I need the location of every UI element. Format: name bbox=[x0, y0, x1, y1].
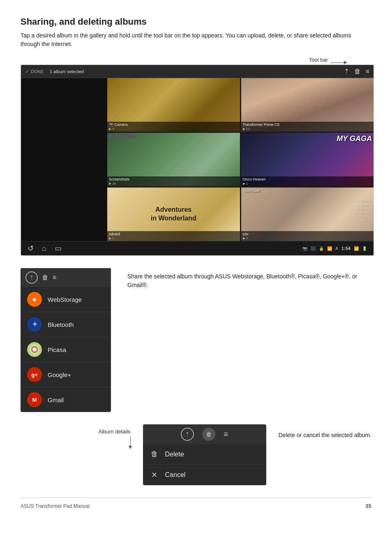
orientation-icon: ⬛ bbox=[311, 246, 316, 251]
delete-label: Delete bbox=[165, 451, 184, 458]
album-menu-icon[interactable]: ≡ bbox=[224, 430, 228, 439]
footer-left: ASUS Transformer Pad Manual bbox=[21, 503, 90, 509]
nav-icons-left: ↺ ⌂ ▭ bbox=[28, 244, 62, 253]
screenshot-icon: 📷 bbox=[302, 246, 307, 251]
gallery-item-label-camera: 📷 Camera ▶ 4 bbox=[107, 122, 240, 132]
delete-icon: 🗑 bbox=[150, 450, 159, 458]
gallery-item-camera[interactable]: 📷 Camera ▶ 4 bbox=[107, 78, 240, 132]
share-item-webstorage[interactable]: ● WebStorage bbox=[21, 287, 111, 312]
album-details-toolbar: ⇡ 🗑 ≡ bbox=[143, 424, 266, 444]
gallery-item-label-adventures: sdcard ▶ 1 bbox=[107, 231, 240, 241]
album-details-section: Album details ⇡ 🗑 ≡ 🗑 Delete ✕ Cancel De… bbox=[21, 424, 371, 485]
gallery-item-label-disco: Disco Heaven ▶ 1 bbox=[241, 176, 374, 186]
bluetooth-icon: ✦ bbox=[27, 317, 42, 332]
share-item-bluetooth[interactable]: ✦ Bluetooth bbox=[21, 312, 111, 337]
gallery-item-taylor[interactable]: Taylor Swift 1. Fearless2. Sparks3. Mine… bbox=[241, 188, 374, 241]
gallery-item-screenshots[interactable]: Screenshots ▶ 30 bbox=[107, 133, 240, 186]
toolbar-annotation: Tool bar bbox=[21, 57, 371, 63]
trash-icon-header[interactable]: 🗑 bbox=[42, 274, 48, 281]
menu-icon-header[interactable]: ≡ bbox=[53, 274, 56, 281]
share-item-gmail[interactable]: M Gmail bbox=[21, 387, 111, 412]
status-bar: 📷 ⬛ 🔒 📶 A 1:54 📶 🔋 bbox=[302, 246, 367, 251]
page-title: Sharing, and deleting albums bbox=[21, 16, 371, 27]
topbar-selected: 1 album selected bbox=[50, 69, 344, 74]
webstorage-icon: ● bbox=[27, 292, 42, 307]
gallery-item-disco[interactable]: MY GAGA Disco Heaven ▶ 1 bbox=[241, 133, 374, 186]
volume-icon: A bbox=[335, 246, 338, 251]
battery-icon: 🔋 bbox=[362, 246, 367, 251]
share-icon[interactable]: ⇡ bbox=[344, 67, 349, 75]
webstorage-label: WebStorage bbox=[48, 296, 82, 303]
share-item-picasa[interactable]: Picasa bbox=[21, 337, 111, 362]
share-icon-glyph: ⇡ bbox=[29, 274, 34, 281]
album-details-panel: ⇡ 🗑 ≡ 🗑 Delete ✕ Cancel bbox=[143, 424, 266, 485]
share-menu: ⇡ 🗑 ≡ ● WebStorage ✦ Bluetooth Picasa bbox=[21, 268, 111, 412]
back-icon[interactable]: ↺ bbox=[28, 244, 34, 253]
album-share-icon[interactable]: ⇡ bbox=[181, 428, 194, 441]
album-action-cancel[interactable]: ✕ Cancel bbox=[143, 465, 266, 485]
gallery-item-label-taylor: cov ▶ 4 bbox=[241, 231, 374, 241]
screenshot-bottombar: ↺ ⌂ ▭ 📷 ⬛ 🔒 📶 A 1:54 📶 🔋 bbox=[21, 241, 374, 255]
topbar-done: ✓ DONE bbox=[25, 69, 44, 74]
screenshot-container: ✓ DONE 1 album selected ⇡ 🗑 ≡ 📷 Camera ▶… bbox=[21, 65, 374, 256]
gmail-label: Gmail bbox=[48, 396, 64, 403]
album-details-arrow bbox=[130, 436, 131, 449]
recent-icon[interactable]: ▭ bbox=[55, 244, 62, 253]
googleplus-icon: g+ bbox=[27, 367, 42, 382]
menu-icon[interactable]: ≡ bbox=[366, 68, 369, 75]
picasa-label: Picasa bbox=[48, 346, 66, 353]
share-item-googleplus[interactable]: g+ Google+ bbox=[21, 362, 111, 387]
share-menu-header: ⇡ 🗑 ≡ bbox=[21, 268, 111, 287]
wifi-icon: 📶 bbox=[327, 246, 332, 251]
gallery-left bbox=[21, 78, 107, 241]
album-details-annotation: Album details bbox=[21, 424, 131, 449]
page-number: 35 bbox=[366, 503, 371, 509]
page-footer: ASUS Transformer Pad Manual 35 bbox=[21, 498, 371, 509]
share-circle-icon[interactable]: ⇡ bbox=[25, 271, 38, 284]
cancel-icon: ✕ bbox=[150, 470, 159, 479]
googleplus-label: Google+ bbox=[48, 371, 71, 378]
bluetooth-label: Bluetooth bbox=[48, 321, 74, 328]
gallery-item-transformer[interactable]: Transformer Prime CS ▶ 12 bbox=[241, 78, 374, 132]
topbar-icons: ⇡ 🗑 ≡ bbox=[344, 67, 369, 75]
album-trash-icon[interactable]: 🗑 bbox=[202, 428, 215, 441]
share-description: Share the selected album through ASUS We… bbox=[127, 268, 371, 412]
album-action-delete[interactable]: 🗑 Delete bbox=[143, 444, 266, 465]
svg-point-1 bbox=[32, 347, 37, 352]
screenshot-topbar: ✓ DONE 1 album selected ⇡ 🗑 ≡ bbox=[21, 65, 374, 78]
signal-icon: 📶 bbox=[354, 246, 359, 251]
gallery-item-adventures[interactable]: Adventuresin Wonderland sdcard ▶ 1 bbox=[107, 188, 240, 241]
delete-description: Delete or cancel the selected album. bbox=[279, 431, 371, 440]
gmail-icon: M bbox=[27, 392, 42, 407]
share-menu-icons: ⇡ 🗑 ≡ bbox=[25, 271, 56, 284]
trash-icon[interactable]: 🗑 bbox=[354, 68, 361, 75]
gallery-grid: 📷 Camera ▶ 4 Transformer Prime CS ▶ 12 bbox=[107, 78, 374, 241]
check-icon: ✓ bbox=[25, 69, 29, 74]
gallery-area: 📷 Camera ▶ 4 Transformer Prime CS ▶ 12 bbox=[21, 78, 374, 241]
lock-icon: 🔒 bbox=[319, 246, 324, 251]
bottom-section: ⇡ 🗑 ≡ ● WebStorage ✦ Bluetooth Picasa bbox=[21, 268, 371, 412]
status-time: 1:54 bbox=[341, 246, 350, 251]
home-icon[interactable]: ⌂ bbox=[42, 244, 46, 253]
adventures-text: Adventuresin Wonderland bbox=[151, 206, 196, 223]
gallery-item-label-screenshots: Screenshots ▶ 30 bbox=[107, 176, 240, 186]
picasa-icon bbox=[27, 342, 42, 357]
gallery-item-label-transformer: Transformer Prime CS ▶ 12 bbox=[241, 122, 374, 132]
cancel-label: Cancel bbox=[165, 471, 186, 479]
intro-text: Tap a desired album in the gallery and h… bbox=[21, 31, 371, 49]
